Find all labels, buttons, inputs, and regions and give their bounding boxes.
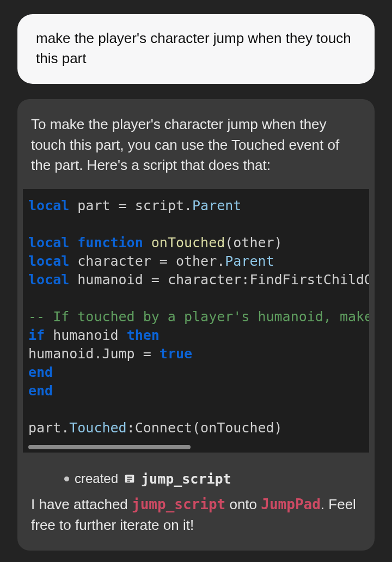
code-token: function xyxy=(69,235,151,251)
scrollbar-thumb[interactable] xyxy=(28,445,191,449)
code-token: character = other. xyxy=(69,253,225,269)
assistant-message-bubble: To make the player's character jump when… xyxy=(17,99,375,551)
code-token: Touched xyxy=(69,420,126,436)
code-token: part. xyxy=(28,420,69,436)
code-token: part = script. xyxy=(69,198,192,213)
created-row: created jump_script xyxy=(23,465,369,494)
created-label: created xyxy=(75,471,118,486)
assistant-outro-text: I have attached jump_script onto JumpPad… xyxy=(23,494,369,535)
code-lines: local part = script.Parent local functio… xyxy=(28,197,369,437)
created-script-name[interactable]: jump_script xyxy=(141,471,231,487)
code-token: end xyxy=(28,364,53,380)
code-token: -- If touched by a player's humanoid, ma… xyxy=(28,309,369,325)
user-message-text: make the player's character jump when th… xyxy=(36,30,351,66)
code-token: local xyxy=(28,253,69,269)
script-icon xyxy=(124,473,136,485)
code-token: humanoid.Jump = xyxy=(28,346,160,362)
code-token: onTouched xyxy=(151,235,225,251)
script-name-inline: jump_script xyxy=(132,496,225,512)
code-token: Parent xyxy=(225,253,274,269)
code-token: true xyxy=(160,346,192,362)
assistant-intro-text: To make the player's character jump when… xyxy=(23,114,369,176)
bullet-icon xyxy=(64,477,69,481)
chat-view: make the player's character jump when th… xyxy=(0,0,392,551)
code-token: if xyxy=(28,327,45,343)
code-token: local xyxy=(28,235,69,251)
user-message-bubble: make the player's character jump when th… xyxy=(17,14,375,84)
object-name-inline: JumpPad xyxy=(261,496,321,512)
code-token: end xyxy=(28,383,53,399)
code-token: :Connect(onTouched) xyxy=(127,420,283,436)
code-token: Parent xyxy=(192,198,241,213)
outro-text: I have attached xyxy=(31,496,132,512)
horizontal-scrollbar[interactable] xyxy=(28,445,369,449)
code-token: humanoid xyxy=(45,327,127,343)
code-token: humanoid = character:FindFirstChildOfCla… xyxy=(69,272,369,288)
code-token: local xyxy=(28,272,69,288)
outro-text: onto xyxy=(225,496,261,512)
code-token: then xyxy=(127,327,160,343)
code-token: local xyxy=(28,198,69,213)
code-block[interactable]: local part = script.Parent local functio… xyxy=(23,189,369,453)
code-token: (other) xyxy=(225,235,282,251)
